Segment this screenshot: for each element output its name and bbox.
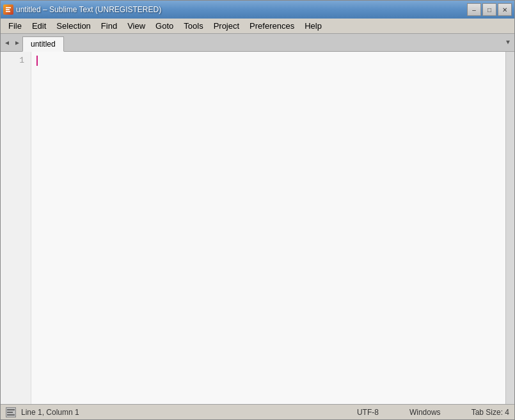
editor-content[interactable] xyxy=(31,52,505,404)
tab-untitled[interactable]: untitled xyxy=(22,36,64,52)
tab-nav-left-icon[interactable]: ◀ xyxy=(2,36,12,49)
tab-dropdown-icon[interactable]: ▼ xyxy=(503,36,513,49)
menu-view[interactable]: View xyxy=(122,20,150,32)
app-window: untitled – Sublime Text (UNREGISTERED) –… xyxy=(0,0,515,420)
svg-rect-3 xyxy=(7,414,15,416)
svg-rect-2 xyxy=(7,412,13,413)
cursor-line xyxy=(36,54,505,67)
line-number-1: 1 xyxy=(1,54,31,67)
window-controls: – □ ✕ xyxy=(467,3,512,16)
menu-find[interactable]: Find xyxy=(96,20,122,32)
close-button[interactable]: ✕ xyxy=(498,3,512,16)
menu-bar: File Edit Selection Find View Goto Tools… xyxy=(1,19,514,34)
title-text: untitled – Sublime Text (UNREGISTERED) xyxy=(16,5,161,14)
status-tab-size: Tab Size: 4 xyxy=(471,408,509,417)
menu-preferences[interactable]: Preferences xyxy=(244,20,299,32)
menu-edit[interactable]: Edit xyxy=(27,20,51,32)
menu-tools[interactable]: Tools xyxy=(178,20,208,32)
title-left: untitled – Sublime Text (UNREGISTERED) xyxy=(3,4,161,15)
tab-nav-right-icon[interactable]: ▶ xyxy=(12,36,22,49)
menu-help[interactable]: Help xyxy=(299,20,327,32)
title-bar: untitled – Sublime Text (UNREGISTERED) –… xyxy=(1,1,514,19)
status-encoding: UTF-8 xyxy=(357,408,379,417)
status-bar: Line 1, Column 1 UTF-8 Windows Tab Size:… xyxy=(1,404,514,419)
minimize-button[interactable]: – xyxy=(467,3,481,16)
menu-goto[interactable]: Goto xyxy=(150,20,178,32)
status-line-ending: Windows xyxy=(409,408,441,417)
line-numbers: 1 xyxy=(1,52,31,404)
svg-rect-1 xyxy=(7,409,15,410)
status-position: Line 1, Column 1 xyxy=(21,408,79,417)
menu-project[interactable]: Project xyxy=(209,20,244,32)
tab-bar: ◀ ▶ untitled ▼ xyxy=(1,34,514,52)
menu-file[interactable]: File xyxy=(3,20,27,32)
maximize-button[interactable]: □ xyxy=(482,3,496,16)
menu-selection[interactable]: Selection xyxy=(51,20,95,32)
app-icon xyxy=(3,4,13,15)
text-cursor xyxy=(36,56,38,66)
scrollbar[interactable] xyxy=(505,52,514,404)
editor-container: 1 xyxy=(1,52,514,404)
status-icon xyxy=(6,407,16,417)
